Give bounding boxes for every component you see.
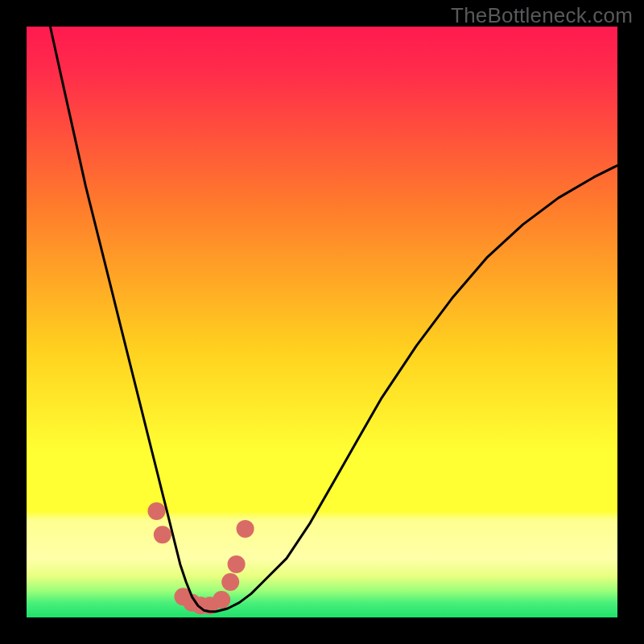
marker-dot [148,502,166,520]
marker-dot [228,555,246,573]
watermark-text: TheBottleneck.com [451,3,633,28]
chart-frame: TheBottleneck.com [0,0,644,644]
marker-dot [213,591,230,609]
marker-dot [221,573,239,591]
marker-dot [237,520,254,538]
plot-area [27,27,617,617]
marker-dot [154,526,171,543]
gradient-bg [27,27,617,617]
plot-svg [27,27,617,617]
